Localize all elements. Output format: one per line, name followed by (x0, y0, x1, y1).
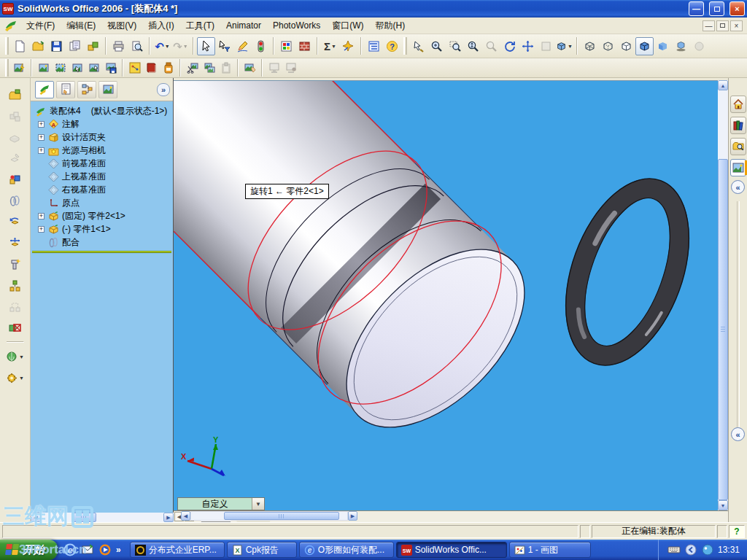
menu-photoworks[interactable]: PhotoWorks (267, 18, 326, 33)
tree-root[interactable]: 装配体4 (默认<显示状态-1>) (31, 104, 173, 117)
tree-item-annotations[interactable]: + A 注解 (31, 117, 173, 131)
toolbar-grip[interactable] (5, 37, 9, 55)
taskpane-design-library-tab[interactable] (730, 117, 746, 134)
expander[interactable]: + (38, 226, 44, 233)
quick-tips-button[interactable]: ? (729, 525, 745, 538)
panel-expand-chevron[interactable]: » (157, 83, 170, 96)
taskpane-home-tab[interactable] (730, 96, 746, 113)
hide-component-button[interactable] (5, 106, 26, 125)
scroll-thumb[interactable] (71, 513, 96, 522)
combo-dropdown-button[interactable]: ▼ (252, 498, 264, 510)
physical-dynamics-button[interactable]: ▼ (5, 368, 26, 387)
tree-item-mates[interactable]: 配合 (31, 236, 173, 249)
suppress-component-button[interactable] (5, 128, 26, 147)
shaded-with-edges-button[interactable] (635, 37, 654, 55)
perspective-button[interactable] (690, 37, 708, 55)
graphics-viewport[interactable]: X Y 旋转1 ← 零件2<1> 自定义 ▼ (174, 80, 718, 510)
media-player-quicklaunch-icon[interactable] (98, 543, 112, 556)
quicklaunch-more-chevron[interactable]: » (116, 545, 121, 555)
expander[interactable]: + (38, 121, 44, 128)
new-button[interactable] (11, 37, 29, 55)
hidden-lines-visible-button[interactable] (599, 37, 617, 55)
messenger-tray-icon[interactable] (701, 543, 714, 556)
smart-component-button[interactable] (5, 170, 26, 189)
expander[interactable]: + (38, 134, 44, 141)
scroll-thumb[interactable] (718, 159, 728, 500)
redo-button[interactable]: ↷▼ (171, 37, 190, 55)
texture-button[interactable] (295, 37, 314, 55)
zoom-to-area-button[interactable] (446, 37, 464, 55)
taskbar-button-oring-page[interactable]: e O形圈如何装配... (299, 542, 394, 558)
restore-button[interactable] (709, 1, 724, 16)
minimize-button[interactable]: — (689, 1, 704, 16)
tree-item-part2[interactable]: + (固定) 零件2<1> (31, 209, 173, 222)
tab-featuremanager[interactable] (35, 81, 54, 98)
materials-button[interactable] (143, 60, 160, 76)
tree-item-part1[interactable]: + (-) 零件1<1> (31, 222, 173, 236)
print-button[interactable] (109, 37, 128, 55)
menu-help[interactable]: 帮助(H) (369, 18, 411, 34)
open-button[interactable] (29, 37, 47, 55)
insert-component-button[interactable] (5, 85, 26, 104)
exploded-view-button[interactable] (5, 276, 26, 295)
render-to-cursor-button[interactable] (69, 60, 85, 76)
options-list-button[interactable] (365, 37, 383, 55)
taskbar-button-paint[interactable]: 1 - 画图 (509, 542, 591, 558)
edit-component-button[interactable] (5, 149, 26, 168)
mail-quicklaunch-icon[interactable] (81, 543, 94, 556)
select-button[interactable] (197, 37, 215, 55)
simulation-button[interactable]: ▼ (5, 347, 26, 366)
shadows-button[interactable] (672, 37, 690, 55)
view-orientation-button[interactable] (537, 37, 555, 55)
zoom-in-out-button[interactable] (464, 37, 482, 55)
move-component-button[interactable] (5, 233, 26, 252)
expander[interactable]: + (38, 213, 44, 219)
copy-image-button[interactable] (201, 60, 217, 76)
clock[interactable]: 13:31 (718, 545, 740, 555)
scroll-up-button[interactable]: ▲ (718, 80, 728, 90)
measure-button[interactable]: Σ▼ (321, 37, 339, 55)
taskbar-button-erp[interactable]: 分布式企业ERP... (130, 542, 225, 558)
zoom-to-fit-button[interactable] (427, 37, 446, 55)
print-preview-button[interactable] (128, 37, 146, 55)
render-cursor2-button[interactable] (85, 60, 102, 76)
wireframe-button[interactable] (581, 37, 599, 55)
language-tray-icon[interactable] (684, 543, 697, 556)
scroll-right-button[interactable]: ▶ (163, 513, 174, 522)
scroll-thumb[interactable] (224, 512, 339, 520)
render-area-button[interactable] (35, 60, 52, 76)
smart-fasteners-button[interactable] (5, 254, 26, 273)
menu-edit[interactable]: 编辑(E) (61, 18, 101, 34)
taskpane-collapse-button2[interactable]: « (731, 427, 745, 441)
make-drawing-button[interactable] (66, 37, 84, 55)
toolbar-grip[interactable] (403, 37, 407, 55)
pan-button[interactable] (519, 37, 537, 55)
tab-displaymanager[interactable] (98, 81, 117, 98)
expander[interactable]: + (38, 147, 44, 154)
scroll-right-button[interactable]: ▶ (348, 511, 357, 521)
explode-lines-button[interactable] (5, 297, 26, 316)
scroll-left-button[interactable]: ◀ (31, 513, 41, 522)
cut-image-button[interactable] (184, 60, 201, 76)
taskpane-photoworks-tab[interactable] (730, 159, 746, 176)
panel-horizontal-scrollbar[interactable]: ◀ ▶ (31, 513, 174, 522)
save-image-button[interactable] (102, 60, 119, 76)
taskbar-button-cpk[interactable]: X Cpk报告 (227, 542, 297, 558)
edit-image-button[interactable] (241, 60, 258, 76)
viewport-horizontal-scrollbar[interactable]: ◀ ▶ (181, 511, 357, 521)
rotate-view-button[interactable] (500, 37, 519, 55)
mdi-minimize-button[interactable]: — (703, 20, 715, 31)
sketch-button[interactable] (233, 37, 252, 55)
rebuild-button[interactable] (252, 37, 270, 55)
interference-detection-button[interactable] (5, 318, 26, 337)
menu-file[interactable]: 文件(F) (20, 18, 61, 34)
tab-propertymanager[interactable] (56, 81, 75, 98)
mdi-close-button[interactable]: × (730, 20, 743, 31)
zoom-to-selection-button[interactable] (482, 37, 500, 55)
shaded-button[interactable] (654, 37, 672, 55)
record-video-button[interactable] (282, 60, 299, 76)
hidden-lines-removed-button[interactable] (617, 37, 635, 55)
previous-view-button[interactable] (409, 37, 427, 55)
close-button[interactable]: × (729, 1, 745, 16)
toolbar-grip[interactable] (5, 59, 9, 77)
